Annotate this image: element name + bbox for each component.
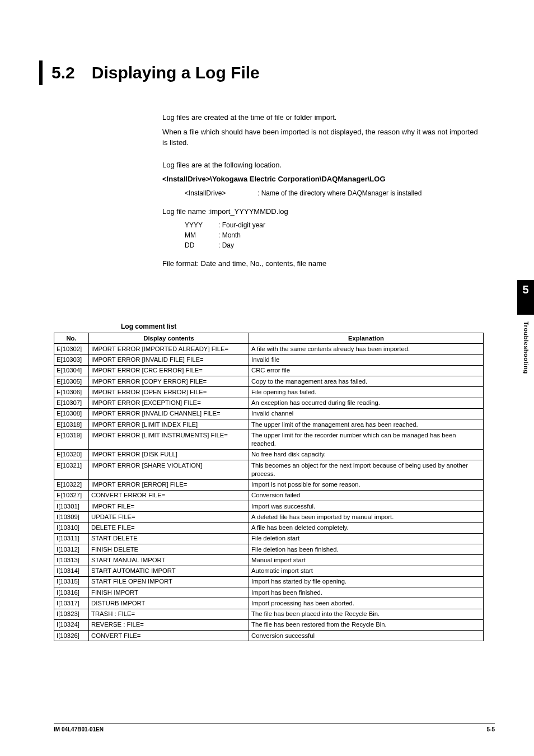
- cell-disp: CONVERT ERROR FILE=: [89, 490, 249, 501]
- cell-disp: REVERSE : FILE=: [89, 619, 249, 630]
- cell-disp: IMPORT ERROR [ERROR] FILE=: [89, 479, 249, 490]
- table-row: E[10327]CONVERT ERROR FILE=Conversion fa…: [54, 490, 484, 501]
- intro-p1: Log files are created at the time of fil…: [162, 112, 481, 123]
- cell-no: E[10307]: [54, 398, 89, 408]
- table-row: I[10310]DELETE FILE=A file has been dele…: [54, 522, 484, 533]
- cell-expl: Automatic import start: [249, 566, 484, 576]
- table-row: E[10304]IMPORT ERROR [CRC ERROR] FILE=CR…: [54, 365, 484, 376]
- intro-p4: Log file name :import_YYYYMMDD.log: [162, 206, 481, 217]
- cell-disp: FINISH IMPORT: [89, 587, 249, 598]
- footer-right: 5-5: [487, 726, 495, 732]
- dd-key: DD: [185, 240, 218, 250]
- table-row: I[10323]TRASH : FILE=The file has been p…: [54, 609, 484, 619]
- cell-expl: Import is not possible for some reason.: [249, 479, 484, 490]
- cell-disp: IMPORT ERROR [LIMIT INSTRUMENTS] FILE=: [89, 430, 249, 450]
- cell-no: I[10301]: [54, 501, 89, 512]
- intro-p3: Log files are at the following location.: [162, 160, 481, 171]
- cell-no: I[10317]: [54, 598, 89, 609]
- cell-disp: UPDATE FILE=: [89, 512, 249, 522]
- cell-disp: IMPORT ERROR [INVALID FILE] FILE=: [89, 354, 249, 365]
- table-row: E[10319]IMPORT ERROR [LIMIT INSTRUMENTS]…: [54, 430, 484, 450]
- intro-p5: File format: Date and time, No., content…: [162, 258, 481, 269]
- cell-no: E[10302]: [54, 344, 89, 354]
- cell-no: E[10327]: [54, 490, 89, 501]
- cell-no: I[10311]: [54, 533, 89, 544]
- table-row: I[10315]START FILE OPEN IMPORTImport has…: [54, 576, 484, 587]
- table-row: E[10302]IMPORT ERROR [IMPORTED ALREADY] …: [54, 344, 484, 354]
- dd-val: : Day: [218, 240, 481, 250]
- yyyy-val: : Four-digit year: [218, 220, 481, 230]
- cell-expl: Import was successful.: [249, 501, 484, 512]
- cell-expl: The file has been placed into the Recycl…: [249, 609, 484, 619]
- table-header-row: No. Display contents Explanation: [54, 333, 484, 344]
- table-row: I[10313]START MANUAL IMPORTManual import…: [54, 555, 484, 566]
- heading-title: Displaying a Log File: [92, 63, 260, 82]
- cell-disp: TRASH : FILE=: [89, 609, 249, 619]
- cell-no: E[10321]: [54, 460, 89, 480]
- cell-no: E[10318]: [54, 419, 89, 430]
- cell-expl: A file has been deleted completely.: [249, 522, 484, 533]
- table-row: I[10324]REVERSE : FILE=The file has been…: [54, 619, 484, 630]
- cell-disp: START AUTOMATIC IMPORT: [89, 566, 249, 576]
- cell-disp: IMPORT FILE=: [89, 501, 249, 512]
- section-heading: 5.2 Displaying a Log File: [39, 60, 260, 85]
- cell-no: E[10308]: [54, 408, 89, 419]
- cell-expl: This becomes an object for the next impo…: [249, 460, 484, 480]
- table-caption: Log comment list: [121, 323, 176, 330]
- cell-no: I[10326]: [54, 631, 89, 641]
- cell-disp: START FILE OPEN IMPORT: [89, 576, 249, 587]
- heading-number: 5.2: [51, 63, 75, 82]
- table-row: E[10305]IMPORT ERROR [COPY ERROR] FILE=C…: [54, 376, 484, 387]
- cell-no: I[10323]: [54, 609, 89, 619]
- cell-expl: No free hard disk capacity.: [249, 449, 484, 460]
- th-no: No.: [54, 333, 89, 344]
- cell-disp: START DELETE: [89, 533, 249, 544]
- cell-expl: The upper limit of the management area h…: [249, 419, 484, 430]
- cell-expl: File deletion has been finished.: [249, 544, 484, 555]
- table-row: I[10311]START DELETEFile deletion start: [54, 533, 484, 544]
- cell-expl: An exception has occurred during file re…: [249, 398, 484, 408]
- cell-disp: IMPORT ERROR [COPY ERROR] FILE=: [89, 376, 249, 387]
- body-text: Log files are created at the time of fil…: [162, 112, 481, 273]
- intro-path: <InstallDrive>\Yokogawa Electric Corpora…: [162, 174, 481, 185]
- installdrive-val: : Name of the directory where DAQManager…: [257, 188, 481, 198]
- table-row: E[10318]IMPORT ERROR [LIMIT INDEX FILE]T…: [54, 419, 484, 430]
- cell-disp: START MANUAL IMPORT: [89, 555, 249, 566]
- cell-disp: IMPORT ERROR [OPEN ERROR] FILE=: [89, 387, 249, 398]
- cell-expl: The file has been restored from the Recy…: [249, 619, 484, 630]
- cell-no: E[10320]: [54, 449, 89, 460]
- table-row: I[10312]FINISH DELETEFile deletion has b…: [54, 544, 484, 555]
- cell-disp: DISTURB IMPORT: [89, 598, 249, 609]
- cell-no: E[10305]: [54, 376, 89, 387]
- cell-disp: IMPORT ERROR [CRC ERROR] FILE=: [89, 365, 249, 376]
- table-row: E[10320]IMPORT ERROR [DISK FULL]No free …: [54, 449, 484, 460]
- cell-no: E[10319]: [54, 430, 89, 450]
- table-row: E[10321]IMPORT ERROR [SHARE VIOLATION]Th…: [54, 460, 484, 480]
- cell-expl: Conversion failed: [249, 490, 484, 501]
- cell-disp: CONVERT FILE=: [89, 631, 249, 641]
- table-row: E[10322]IMPORT ERROR [ERROR] FILE=Import…: [54, 479, 484, 490]
- cell-disp: IMPORT ERROR [DISK FULL]: [89, 449, 249, 460]
- log-comment-table: No. Display contents Explanation E[10302…: [54, 333, 484, 641]
- table-row: I[10309]UPDATE FILE=A deleted file has b…: [54, 512, 484, 522]
- page-footer: IM 04L47B01-01EN 5-5: [54, 724, 495, 732]
- yyyy-key: YYYY: [185, 220, 218, 230]
- cell-disp: IMPORT ERROR [IMPORTED ALREADY] FILE=: [89, 344, 249, 354]
- cell-no: I[10310]: [54, 522, 89, 533]
- cell-expl: Conversion successful: [249, 631, 484, 641]
- cell-disp: DELETE FILE=: [89, 522, 249, 533]
- table-row: E[10307]IMPORT ERROR [EXCEPTION] FILE=An…: [54, 398, 484, 408]
- table-row: I[10316]FINISH IMPORTImport has been fin…: [54, 587, 484, 598]
- cell-no: I[10315]: [54, 576, 89, 587]
- cell-expl: File deletion start: [249, 533, 484, 544]
- cell-disp: IMPORT ERROR [LIMIT INDEX FILE]: [89, 419, 249, 430]
- cell-expl: The upper limit for the recorder number …: [249, 430, 484, 450]
- cell-expl: CRC error file: [249, 365, 484, 376]
- cell-expl: Manual import start: [249, 555, 484, 566]
- cell-disp: IMPORT ERROR [SHARE VIOLATION]: [89, 460, 249, 480]
- cell-expl: File opening has failed.: [249, 387, 484, 398]
- table-row: I[10314]START AUTOMATIC IMPORTAutomatic …: [54, 566, 484, 576]
- cell-expl: Copy to the management area has failed.: [249, 376, 484, 387]
- footer-left: IM 04L47B01-01EN: [54, 726, 104, 732]
- mm-val: : Month: [218, 230, 481, 240]
